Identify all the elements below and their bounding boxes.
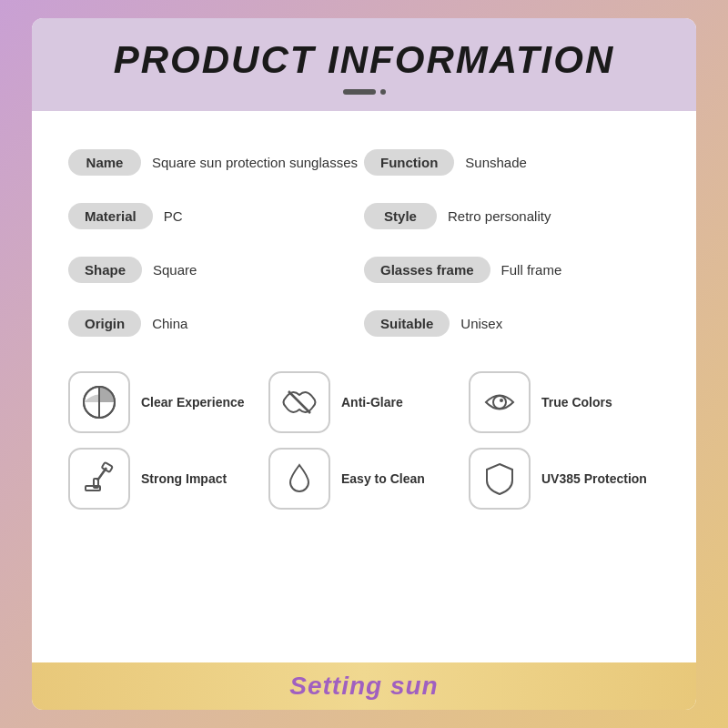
value-style: Retro personality [448,208,551,224]
easy-to-clean-label: Easy to Clean [341,470,425,487]
value-shape: Square [153,262,197,278]
value-glasses-frame: Full frame [501,262,562,278]
feature-easy-to-clean: Easy to Clean [268,448,460,510]
label-name: Name [68,149,141,176]
strong-impact-icon [81,460,117,497]
true-colors-icon-box [469,371,531,433]
strong-impact-label: Strong Impact [141,470,227,487]
value-suitable: Unisex [460,316,502,331]
info-row-style: Style Retro personality [364,183,660,237]
clear-experience-icon-box [68,371,130,433]
product-card: PRODUCT INFORMATION Name Square sun prot… [32,18,696,710]
label-suitable: Suitable [364,310,450,337]
value-function: Sunshade [465,155,527,170]
anti-glare-icon [281,384,318,420]
label-origin: Origin [68,310,141,337]
content-section: Name Square sun protection sunglasses Fu… [32,111,696,662]
info-row-origin: Origin China [68,290,364,344]
feature-strong-impact: Strong Impact [68,448,259,510]
anti-glare-label: Anti-Glare [341,394,403,410]
page-title: PRODUCT INFORMATION [50,38,678,82]
true-colors-label: True Colors [541,394,612,410]
label-style: Style [364,203,437,229]
features-section: Clear Experience Anti-Glare [68,362,660,510]
bottom-text: Setting sun [289,672,438,700]
header-dots [50,89,678,95]
dot-long [343,89,376,95]
feature-anti-glare: Anti-Glare [268,371,460,433]
info-row-suitable: Suitable Unisex [364,290,660,344]
info-row-material: Material PC [68,183,364,237]
easy-to-clean-icon-box [268,448,330,510]
label-function: Function [364,149,454,176]
info-row-function: Function Sunshade [364,129,660,183]
svg-point-5 [500,399,503,402]
info-row-glasses-frame: Glasses frame Full frame [364,237,660,290]
value-name: Square sun protection sunglasses [152,155,358,170]
strong-impact-icon-box [68,448,130,510]
dot-short [380,89,386,95]
feature-uv-protection: UV385 Protection [469,448,660,510]
info-row-name: Name Square sun protection sunglasses [68,129,364,183]
uv-protection-icon-box [469,448,531,510]
value-material: PC [164,208,183,224]
easy-to-clean-icon [281,460,318,497]
header-section: PRODUCT INFORMATION [32,18,696,111]
feature-true-colors: True Colors [469,371,660,433]
uv-protection-label: UV385 Protection [541,470,647,487]
uv-protection-icon [481,460,518,497]
feature-clear-experience: Clear Experience [68,371,259,433]
clear-experience-label: Clear Experience [141,394,245,410]
value-origin: China [152,316,187,331]
bottom-bar: Setting sun [32,662,696,710]
true-colors-icon [481,384,518,420]
info-row-shape: Shape Square [68,237,364,290]
svg-point-4 [493,396,506,409]
anti-glare-icon-box [268,371,330,433]
info-grid: Name Square sun protection sunglasses Fu… [68,129,660,344]
label-glasses-frame: Glasses frame [364,257,490,283]
clear-experience-icon [81,384,117,420]
label-shape: Shape [68,257,142,283]
features-grid: Clear Experience Anti-Glare [68,371,660,510]
label-material: Material [68,203,153,229]
